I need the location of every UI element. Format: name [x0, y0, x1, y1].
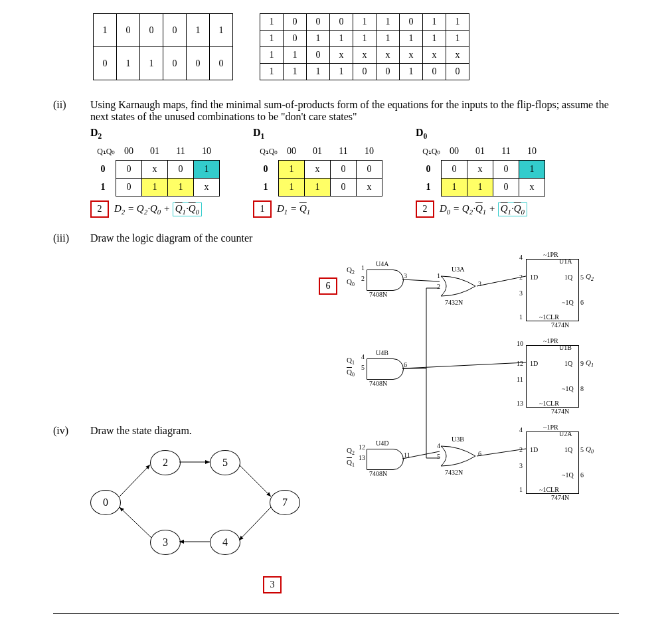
circuit-label: Q0 [347, 277, 355, 287]
svg-line-12 [239, 465, 271, 497]
table-cell: 1 [187, 14, 210, 47]
svg-line-10 [120, 465, 150, 497]
circuit-label: 1 [519, 313, 523, 321]
circuit-label: ~1Q [562, 385, 574, 392]
table-cell: 0 [353, 64, 377, 80]
table-cell: 1 [140, 47, 163, 80]
circuit-label: Q2 [586, 272, 594, 282]
mark-box-3: 3 [263, 576, 282, 593]
table-cell: x [377, 47, 400, 64]
circuit-label: 6 [404, 361, 407, 368]
kmap-cell: 1 [168, 179, 194, 196]
kmap-d1: D1Q₁Q₀0001111001x001110x1D1 = Q1 [253, 127, 382, 218]
truth-table-right: 100011011101111111110xxxxxx111100100 [260, 13, 469, 80]
table-cell: 1 [330, 31, 353, 47]
mark-box: 2 [90, 200, 109, 218]
table-cell: 0 [163, 14, 187, 47]
section-number-ii: (ii) [53, 99, 90, 111]
flip-flop [526, 431, 579, 494]
section-ii: (ii) Using Karnaugh maps, find the minim… [53, 99, 619, 218]
circuit-label: 5 [580, 274, 584, 281]
kmap-cell: 0 [116, 179, 142, 196]
table-cell: 1 [400, 64, 423, 80]
logic-diagram: U4A7408NQ2Q0123U4B7408NQ1Q0456U4D7408NQ2… [340, 259, 619, 518]
circuit-label: 4 [437, 442, 440, 449]
or-gate [440, 445, 477, 467]
kmap-cell: 1 [305, 179, 331, 196]
circuit-label: 3 [404, 272, 407, 279]
circuit-label: 1Q [564, 274, 572, 281]
truth-table-left: 100011011000 [93, 13, 233, 80]
table-cell: 1 [210, 14, 233, 47]
kmap-cell: 0 [331, 161, 357, 179]
circuit-label: 7432N [445, 299, 463, 306]
circuit-label: 3 [519, 462, 523, 469]
circuit-label: 5 [580, 446, 584, 453]
kmap-cell: 0 [357, 161, 382, 179]
circuit-label: 4 [519, 426, 523, 433]
circuit-label: Q1 [586, 358, 594, 368]
table-cell: 1 [353, 14, 377, 31]
circuit-label: 2 [361, 275, 365, 282]
kmap-cell: 1 [279, 179, 305, 196]
kmap-cell: 1 [142, 179, 168, 196]
kmap-title: D2 [90, 127, 220, 140]
circuit-label: 8 [580, 385, 584, 392]
circuit-label: 3 [519, 289, 523, 297]
kmap-cell: 0 [493, 179, 519, 196]
circuit-label: 6 [580, 299, 584, 306]
circuit-label: 1D [530, 446, 538, 453]
circuit-label: U4B [376, 349, 388, 356]
kmap-cell: 0 [116, 161, 142, 179]
circuit-label: 1 [361, 264, 365, 272]
table-cell: x [400, 47, 423, 64]
circuit-label: Q0 [586, 445, 594, 455]
kmap-cell: 1 [442, 179, 467, 196]
table-cell: 1 [260, 64, 284, 80]
kmap-equation: D2 = Q2·Q0 + Q1·Q0 [114, 202, 202, 216]
and-gate [367, 358, 404, 380]
kmap-cell: 0 [493, 161, 519, 179]
circuit-label: 11 [517, 376, 523, 383]
state-node-4: 4 [210, 530, 240, 555]
kmap-cell: x [305, 161, 331, 179]
mark-box-6: 6 [319, 277, 337, 295]
section-iii-text: Draw the logic diagram of the counter [90, 232, 619, 244]
svg-line-13 [239, 507, 271, 540]
kmap-equation: D1 = Q1 [277, 203, 310, 216]
kmap-cell: 0 [168, 161, 194, 179]
table-cell: 0 [446, 64, 469, 80]
circuit-label: 7432N [445, 469, 463, 476]
circuit-label: 1D [530, 360, 538, 367]
table-cell: 1 [307, 64, 330, 80]
kmap-d0: D0Q₁Q₀0001111000x011110x2D0 = Q2·Q1 + Q1… [416, 127, 545, 218]
circuit-label: 1D [530, 274, 538, 281]
section-number-iii: (iii) [53, 232, 90, 244]
circuit-label: 5 [361, 364, 365, 371]
state-node-2: 2 [150, 450, 181, 475]
circuit-label: ~1PR [543, 337, 558, 345]
circuit-label: 4 [361, 353, 365, 360]
circuit-label: U3B [452, 435, 464, 443]
circuit-label: Q1 [347, 458, 355, 468]
table-cell: 1 [260, 14, 284, 31]
table-cell: 1 [284, 64, 307, 80]
circuit-label: U4D [376, 439, 388, 447]
and-gate [367, 449, 404, 470]
circuit-label: Q2 [347, 266, 355, 275]
kmap-cell: 0 [331, 179, 357, 196]
and-gate [367, 270, 404, 291]
kmap-cell: 0 [442, 161, 467, 179]
circuit-label: 3 [478, 280, 481, 287]
state-node-7: 7 [270, 490, 300, 515]
circuit-label: ~1Q [562, 299, 574, 306]
section-iii: (iii) Draw the logic diagram of the coun… [53, 232, 619, 244]
circuit-label: 7474N [551, 494, 569, 501]
table-cell: 0 [307, 47, 330, 64]
table-cell: 0 [284, 31, 307, 47]
table-cell: 0 [284, 14, 307, 31]
table-cell: x [330, 47, 353, 64]
circuit-label: 1 [519, 486, 523, 493]
table-cell: 1 [423, 31, 446, 47]
table-cell: 0 [187, 47, 210, 80]
